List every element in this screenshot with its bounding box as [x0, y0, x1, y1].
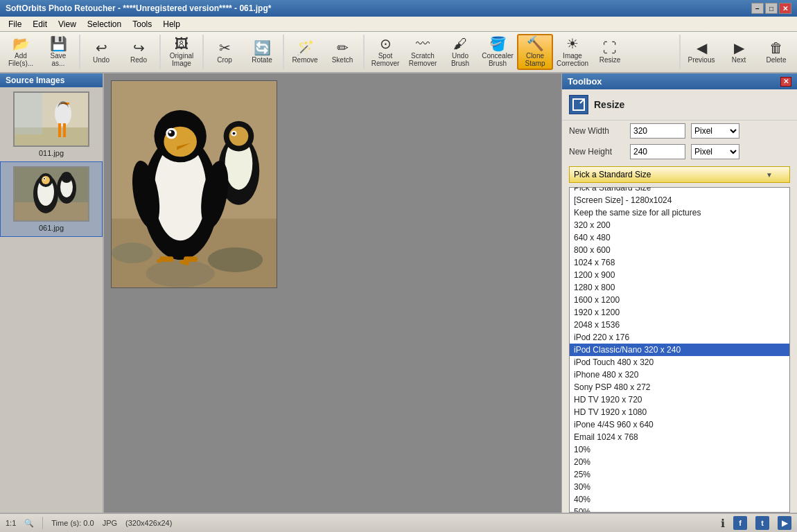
menu-file[interactable]: File: [3, 18, 27, 30]
width-unit-select[interactable]: Pixel Percent: [691, 123, 739, 139]
resize-icon: ⛶: [603, 41, 617, 55]
dimensions-display: (320x426x24): [125, 519, 172, 527]
size-option[interactable]: 20%: [570, 456, 789, 468]
save-as-label: Saveas...: [51, 52, 67, 67]
height-unit-select[interactable]: Pixel Percent: [691, 144, 739, 159]
next-button[interactable]: ▶ Next: [721, 34, 757, 70]
size-option[interactable]: 1200 x 900: [570, 269, 789, 281]
new-height-input[interactable]: [630, 144, 685, 159]
menu-selection[interactable]: Selection: [82, 18, 127, 30]
svg-point-24: [208, 247, 263, 272]
menubar: File Edit View Selection Tools Help: [0, 17, 797, 32]
remove-icon: 🪄: [297, 41, 314, 55]
size-option[interactable]: 50%: [570, 506, 789, 513]
size-option[interactable]: 320 x 200: [570, 219, 789, 231]
menu-tools[interactable]: Tools: [127, 18, 157, 30]
crop-label: Crop: [217, 56, 232, 64]
redo-button[interactable]: ↪ Redo: [121, 34, 157, 70]
size-option[interactable]: HD TV 1920 x 720: [570, 393, 789, 406]
redo-icon: ↪: [133, 41, 145, 55]
size-option[interactable]: iPod 220 x 176: [570, 331, 789, 344]
size-option[interactable]: iPhone 480 x 320: [570, 369, 789, 381]
source-thumb-2[interactable]: 061.jpg: [0, 161, 103, 237]
undo-icon: ↩: [96, 41, 107, 55]
scratch-remover-button[interactable]: 〰 ScratchRemover: [405, 34, 441, 70]
size-option[interactable]: 2048 x 1536: [570, 319, 789, 331]
size-option[interactable]: 1280 x 800: [570, 281, 789, 294]
size-option[interactable]: 800 x 600: [570, 244, 789, 256]
zoom-level: 1:1: [6, 519, 16, 527]
new-height-label: New Height: [569, 147, 624, 157]
size-option[interactable]: 640 x 480: [570, 231, 789, 244]
size-option[interactable]: iPod Touch 480 x 320: [570, 356, 789, 369]
svg-point-37: [168, 130, 175, 137]
size-option[interactable]: Sony PSP 480 x 272: [570, 381, 789, 393]
size-option[interactable]: Pick a Standard Size: [570, 187, 789, 194]
image-correction-button[interactable]: ☀ ImageCorrection: [554, 34, 590, 70]
save-as-button[interactable]: 💾 Saveas...: [40, 34, 76, 70]
image-correction-label: ImageCorrection: [557, 52, 588, 67]
previous-button[interactable]: ◀ Previous: [683, 34, 719, 70]
spot-remover-button[interactable]: ⊙ SpotRemover: [367, 34, 403, 70]
source-panel-title: Source Images: [0, 73, 103, 87]
spot-remover-icon: ⊙: [380, 37, 392, 51]
size-option[interactable]: [Screen Size] - 1280x1024: [570, 194, 789, 206]
menu-edit[interactable]: Edit: [27, 18, 53, 30]
size-option[interactable]: 25%: [570, 468, 789, 481]
close-button[interactable]: ✕: [779, 3, 791, 14]
rotate-label: Rotate: [252, 56, 272, 64]
titlebar-title: SoftOrbits Photo Retoucher - ****Unregis…: [6, 3, 271, 13]
new-width-label: New Width: [569, 126, 624, 136]
size-option[interactable]: 10%: [570, 443, 789, 456]
menu-view[interactable]: View: [53, 18, 82, 30]
concealer-brush-button[interactable]: 🪣 ConcealerBrush: [480, 34, 516, 70]
next-label: Next: [732, 56, 746, 64]
size-option[interactable]: 1920 x 1200: [570, 306, 789, 319]
size-option[interactable]: 40%: [570, 493, 789, 506]
menu-help[interactable]: Help: [157, 18, 186, 30]
stork-svg: [15, 93, 88, 145]
size-option[interactable]: Keep the same size for all pictures: [570, 206, 789, 219]
remove-button[interactable]: 🪄 Remove: [287, 34, 323, 70]
size-option[interactable]: iPod Classic/Nano 320 x 240: [570, 344, 789, 356]
std-size-dropdown-button[interactable]: Pick a Standard Size ▼: [569, 166, 790, 183]
rotate-button[interactable]: 🔄 Rotate: [244, 34, 280, 70]
svg-point-18: [61, 172, 72, 183]
undo-button[interactable]: ↩ Undo: [83, 34, 119, 70]
toolbar-sep-5: [363, 35, 365, 69]
maximize-button[interactable]: □: [765, 3, 778, 14]
source-thumb-1[interactable]: 011.jpg: [0, 87, 103, 161]
size-option[interactable]: Email 1024 x 768: [570, 431, 789, 443]
toolbar-sep-nav: [679, 35, 681, 69]
size-option[interactable]: iPone 4/4S 960 x 640: [570, 418, 789, 431]
sketch-button[interactable]: ✏ Sketch: [324, 34, 360, 70]
delete-button[interactable]: 🗑 Delete: [758, 34, 794, 70]
undo-brush-button[interactable]: 🖌 UndoBrush: [442, 34, 478, 70]
original-image-button[interactable]: 🖼 OriginalImage: [164, 34, 200, 70]
size-option[interactable]: HD TV 1920 x 1080: [570, 406, 789, 418]
clone-stamp-button[interactable]: 🔨 CloneStamp: [517, 34, 553, 70]
svg-rect-9: [15, 93, 42, 134]
info-icon[interactable]: ℹ: [721, 517, 725, 530]
toolbar-sep-1: [79, 35, 80, 69]
original-image-icon: 🖼: [175, 37, 189, 51]
dropdown-arrow-icon: ▼: [766, 171, 773, 179]
add-files-button[interactable]: 📂 AddFile(s)...: [3, 34, 39, 70]
size-option[interactable]: 1600 x 1200: [570, 294, 789, 306]
minimize-button[interactable]: −: [751, 3, 764, 14]
new-width-input[interactable]: [630, 123, 685, 139]
add-files-icon: 📂: [12, 37, 30, 51]
twitter-icon[interactable]: t: [755, 516, 769, 530]
resize-button[interactable]: ⛶ Resize: [592, 34, 628, 70]
crop-button[interactable]: ✂ Crop: [207, 34, 243, 70]
previous-icon: ◀: [697, 41, 707, 55]
sketch-icon: ✏: [337, 41, 349, 55]
size-option[interactable]: 1024 x 768: [570, 256, 789, 269]
size-option[interactable]: 30%: [570, 481, 789, 493]
youtube-icon[interactable]: ▶: [778, 516, 791, 530]
status-divider-1: [42, 517, 43, 529]
facebook-icon[interactable]: f: [733, 516, 747, 530]
size-list[interactable]: Pick a Standard Size[Screen Size] - 1280…: [569, 187, 790, 513]
toolbox-close-button[interactable]: ✕: [780, 77, 791, 87]
scratch-remover-icon: 〰: [416, 37, 430, 51]
